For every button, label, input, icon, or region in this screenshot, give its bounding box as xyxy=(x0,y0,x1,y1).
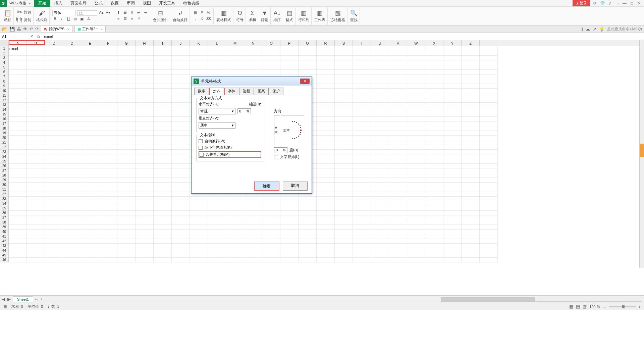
cell[interactable] xyxy=(208,248,226,253)
cell[interactable] xyxy=(154,117,172,121)
cell[interactable] xyxy=(99,239,117,244)
cell[interactable] xyxy=(371,173,389,178)
cell[interactable] xyxy=(244,206,262,211)
cell[interactable] xyxy=(317,201,335,206)
cell[interactable] xyxy=(425,230,443,234)
cell[interactable] xyxy=(117,154,136,159)
cell[interactable] xyxy=(407,51,425,56)
cell[interactable] xyxy=(99,79,117,84)
v-align-select[interactable]: 居中▾ xyxy=(199,122,235,129)
cell[interactable] xyxy=(136,79,154,84)
cell[interactable] xyxy=(63,220,81,225)
cell[interactable] xyxy=(353,239,371,244)
cell[interactable] xyxy=(425,107,443,112)
cell[interactable] xyxy=(45,197,63,201)
cell[interactable] xyxy=(262,225,280,230)
cell[interactable] xyxy=(9,154,27,159)
cell[interactable] xyxy=(63,225,81,230)
cell[interactable] xyxy=(172,84,190,89)
cell[interactable] xyxy=(353,74,371,79)
cell[interactable] xyxy=(63,107,81,112)
cell[interactable] xyxy=(63,140,81,145)
cell[interactable] xyxy=(9,145,27,150)
cell[interactable] xyxy=(244,211,262,215)
cell[interactable] xyxy=(117,168,136,173)
cell[interactable] xyxy=(425,60,443,65)
cell[interactable] xyxy=(299,258,317,262)
cell[interactable] xyxy=(280,244,299,248)
cell[interactable] xyxy=(117,183,136,187)
currency-icon[interactable]: ¥ xyxy=(199,10,205,16)
menu-layout[interactable]: 页面布局 xyxy=(66,0,91,7)
cell[interactable] xyxy=(226,253,244,258)
cell[interactable] xyxy=(480,244,498,248)
cell[interactable] xyxy=(371,126,389,131)
cell[interactable] xyxy=(45,168,63,173)
cell[interactable] xyxy=(136,74,154,79)
cell[interactable] xyxy=(172,93,190,98)
cell[interactable] xyxy=(63,150,81,154)
cell[interactable] xyxy=(136,197,154,201)
cell[interactable] xyxy=(443,56,462,60)
cell[interactable] xyxy=(172,173,190,178)
max-icon[interactable]: □ xyxy=(629,1,635,6)
cell[interactable] xyxy=(480,46,498,51)
cell[interactable] xyxy=(117,126,136,131)
next-sheet-icon[interactable]: ▶ xyxy=(7,297,11,302)
cell[interactable] xyxy=(27,56,45,60)
cell[interactable] xyxy=(27,103,45,107)
cell[interactable] xyxy=(136,107,154,112)
cell[interactable] xyxy=(262,46,280,51)
cell[interactable] xyxy=(45,74,63,79)
cell[interactable] xyxy=(462,112,480,117)
cell[interactable] xyxy=(317,121,335,126)
cell[interactable] xyxy=(480,234,498,239)
fx-icon[interactable]: fx xyxy=(35,35,42,39)
cell[interactable] xyxy=(443,183,462,187)
worksheet-icon[interactable]: ▦ xyxy=(317,9,323,17)
cell[interactable] xyxy=(462,234,480,239)
col-header[interactable]: F xyxy=(99,40,117,46)
cell[interactable] xyxy=(99,164,117,168)
cell[interactable] xyxy=(81,206,99,211)
cell[interactable] xyxy=(45,112,63,117)
cell[interactable] xyxy=(154,131,172,136)
cell[interactable] xyxy=(9,150,27,154)
cell[interactable] xyxy=(389,136,407,140)
cell[interactable] xyxy=(389,248,407,253)
cell[interactable] xyxy=(136,131,154,136)
cell[interactable] xyxy=(208,197,226,201)
cell[interactable] xyxy=(45,51,63,56)
cell[interactable] xyxy=(407,253,425,258)
cell[interactable] xyxy=(353,84,371,89)
cell[interactable] xyxy=(262,253,280,258)
cell[interactable] xyxy=(9,183,27,187)
cell[interactable] xyxy=(443,215,462,220)
cell[interactable] xyxy=(154,220,172,225)
cell[interactable] xyxy=(443,65,462,70)
cell[interactable] xyxy=(462,89,480,93)
cell[interactable] xyxy=(136,154,154,159)
cell[interactable] xyxy=(480,164,498,168)
cell[interactable] xyxy=(9,206,27,211)
col-header[interactable]: X xyxy=(425,40,443,46)
cell[interactable] xyxy=(262,244,280,248)
row-header[interactable]: 21 xyxy=(0,140,9,145)
cell[interactable] xyxy=(262,51,280,56)
cell[interactable] xyxy=(154,244,172,248)
italic-button[interactable]: I xyxy=(59,17,64,22)
cell[interactable] xyxy=(99,131,117,136)
cell[interactable] xyxy=(45,154,63,159)
cell[interactable] xyxy=(425,206,443,211)
row-header[interactable]: 46 xyxy=(0,258,9,262)
cell[interactable] xyxy=(443,112,462,117)
cell[interactable] xyxy=(117,187,136,192)
cell[interactable] xyxy=(317,93,335,98)
cell[interactable] xyxy=(317,140,335,145)
cell[interactable] xyxy=(371,89,389,93)
cell[interactable] xyxy=(81,225,99,230)
cell[interactable] xyxy=(462,173,480,178)
cell[interactable] xyxy=(27,65,45,70)
cell[interactable] xyxy=(480,145,498,150)
cell[interactable] xyxy=(172,103,190,107)
